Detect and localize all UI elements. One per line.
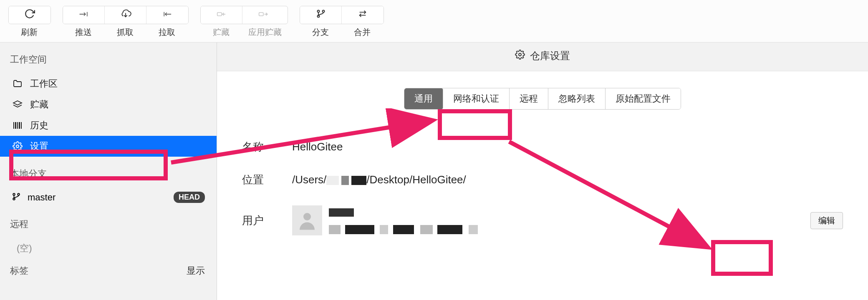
redacted-text: [469, 225, 478, 234]
branch-button[interactable]: [300, 6, 342, 24]
name-value: HelloGitee: [292, 140, 843, 153]
sidebar-item-label: 历史: [30, 119, 48, 132]
tab-raw-config[interactable]: 原始配置文件: [606, 88, 681, 109]
settings-tabs: 通用 网络和认证 远程 忽略列表 原始配置文件: [217, 71, 868, 122]
user-value: 编辑: [292, 205, 843, 235]
redacted-text: [341, 176, 349, 185]
svg-marker-14: [13, 101, 22, 105]
row-location: 位置 /Users//Desktop/HelloGitee/: [242, 163, 843, 196]
toolbar-group-stash: 贮藏 应用贮藏: [200, 6, 288, 38]
remote-empty: (空): [0, 238, 217, 259]
sidebar-item-history[interactable]: 历史: [0, 115, 217, 136]
pull-button[interactable]: [146, 6, 188, 24]
tab-network-auth[interactable]: 网络和认证: [443, 88, 510, 109]
repo-settings-title: 仓库设置: [530, 49, 570, 62]
svg-rect-16: [15, 122, 16, 129]
content-pane: 仓库设置 通用 网络和认证 远程 忽略列表 原始配置文件 名称 HelloGit…: [217, 42, 868, 300]
redacted-text: [326, 176, 339, 185]
sidebar-item-workspace[interactable]: 工作区: [0, 73, 217, 94]
push-button[interactable]: [63, 6, 105, 24]
sidebar-item-label: 设置: [30, 140, 48, 152]
svg-rect-19: [21, 122, 22, 129]
fetch-label: 抓取: [104, 27, 146, 38]
toolbar: 刷新 推送 抓取 拉取: [0, 0, 868, 42]
refresh-button[interactable]: [9, 6, 50, 24]
toolbar-group-refresh: 刷新: [8, 6, 51, 38]
svg-rect-17: [17, 122, 18, 129]
refresh-icon: [24, 8, 35, 22]
svg-point-24: [519, 53, 521, 56]
remote-header: 远程: [0, 218, 217, 230]
svg-point-11: [322, 10, 324, 12]
svg-rect-15: [13, 122, 14, 129]
pull-label: 拉取: [146, 27, 188, 38]
merge-label: 合并: [341, 27, 383, 38]
user-label: 用户: [242, 213, 292, 228]
gear-icon: [12, 141, 23, 151]
main-area: 工作空间 工作区 贮藏 历史 设置 本地分支: [0, 42, 868, 300]
svg-rect-7: [259, 12, 263, 16]
toolbar-group-sync: 推送 抓取 拉取: [63, 6, 189, 38]
svg-point-25: [303, 213, 311, 220]
svg-point-21: [13, 193, 15, 195]
branch-row-master[interactable]: master HEAD: [0, 188, 217, 207]
branch-icon: [12, 192, 21, 203]
branch-name: master: [28, 192, 56, 203]
push-label: 推送: [63, 27, 104, 38]
redacted-text: [345, 225, 374, 234]
tags-show-button[interactable]: 显示: [187, 265, 205, 277]
stack-icon: [12, 100, 23, 110]
gear-icon: [515, 50, 525, 62]
redacted-text: [329, 225, 341, 234]
redacted-text: [329, 208, 354, 217]
stash-label: 贮藏: [200, 27, 242, 38]
tab-general[interactable]: 通用: [404, 88, 443, 109]
location-prefix: /Users/: [292, 173, 326, 186]
redacted-text: [351, 176, 366, 185]
branch-icon: [315, 9, 326, 21]
stash-button: [201, 6, 242, 24]
sidebar: 工作空间 工作区 贮藏 历史 设置 本地分支: [0, 42, 217, 300]
fetch-button[interactable]: [105, 6, 146, 24]
stash-icon: [216, 9, 227, 21]
sidebar-item-settings[interactable]: 设置: [0, 136, 217, 157]
branch-label: 分支: [300, 27, 341, 38]
location-value: /Users//Desktop/HelloGitee/: [292, 173, 843, 186]
cloud-down-icon: [119, 9, 132, 21]
merge-icon: [357, 9, 368, 21]
name-label: 名称: [242, 140, 292, 154]
refresh-label: 刷新: [8, 27, 50, 38]
svg-rect-5: [217, 12, 221, 16]
redacted-text: [393, 225, 414, 234]
location-suffix: /Desktop/HelloGitee/: [366, 173, 466, 186]
svg-point-9: [317, 10, 319, 12]
svg-point-23: [18, 193, 20, 195]
tags-header: 标签: [10, 265, 28, 277]
redacted-text: [380, 225, 388, 234]
apply-stash-button: [242, 6, 284, 24]
toolbar-group-branchmerge: 分支 合并: [300, 6, 384, 38]
location-label: 位置: [242, 172, 292, 187]
merge-button[interactable]: [342, 6, 384, 24]
avatar: [292, 205, 322, 235]
local-branches-header: 本地分支: [0, 168, 217, 180]
general-settings: 名称 HelloGitee 位置 /Users//Desktop/HelloGi…: [217, 122, 868, 245]
redacted-text: [437, 225, 462, 234]
workspace-header: 工作空间: [0, 53, 217, 66]
push-icon: [78, 9, 89, 21]
svg-point-20: [16, 145, 19, 148]
folder-icon: [12, 79, 23, 89]
row-user: 用户: [242, 196, 843, 245]
redacted-text: [420, 225, 433, 234]
history-icon: [12, 121, 23, 130]
content-header: 仓库设置: [217, 42, 868, 71]
apply-stash-label: 应用贮藏: [242, 27, 288, 38]
edit-user-button[interactable]: 编辑: [810, 212, 843, 229]
pull-icon: [162, 9, 173, 21]
head-badge: HEAD: [174, 192, 205, 203]
row-name: 名称 HelloGitee: [242, 130, 843, 163]
sidebar-item-stash[interactable]: 贮藏: [0, 94, 217, 115]
tab-remote[interactable]: 远程: [510, 88, 548, 109]
unstash-icon: [258, 9, 269, 21]
tab-ignore-list[interactable]: 忽略列表: [548, 88, 606, 109]
